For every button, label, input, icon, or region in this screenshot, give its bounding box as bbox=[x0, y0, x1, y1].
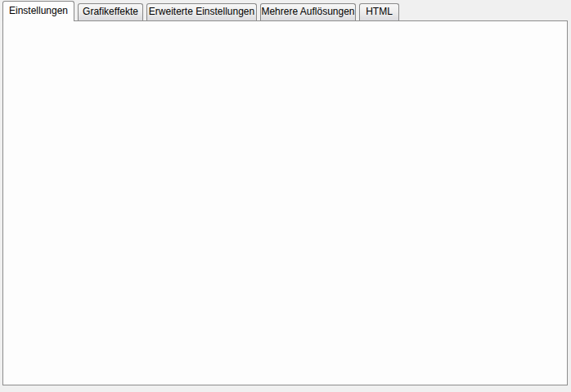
tab-html[interactable]: HTML bbox=[359, 3, 399, 20]
tab-bar: Einstellungen Grafikeffekte Erweiterte E… bbox=[2, 1, 399, 21]
tab-grafikeffekte[interactable]: Grafikeffekte bbox=[78, 3, 143, 20]
settings-dialog: Einstellungen Grafikeffekte Erweiterte E… bbox=[0, 0, 571, 392]
tab-mehrere-aufloesungen[interactable]: Mehrere Auflösungen bbox=[260, 3, 356, 20]
tab-einstellungen[interactable]: Einstellungen bbox=[2, 1, 74, 21]
tab-erweiterte-einstellungen[interactable]: Erweiterte Einstellungen bbox=[146, 3, 257, 20]
tab-page-panel bbox=[2, 20, 568, 385]
